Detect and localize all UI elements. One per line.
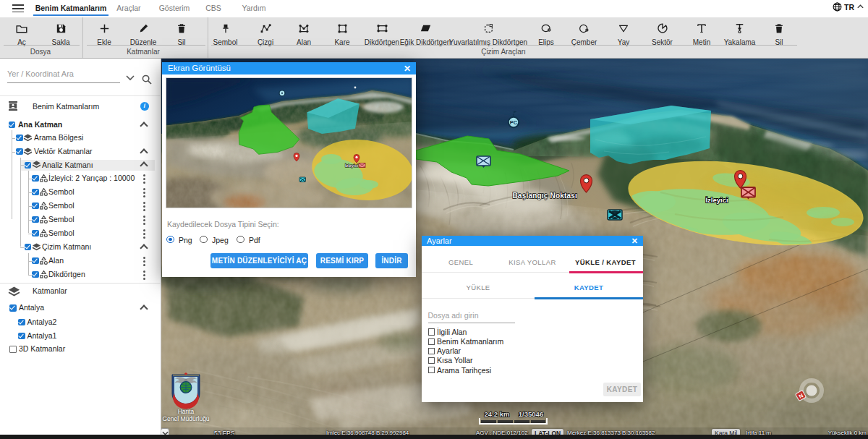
svg-text:1/35046: 1/35046 xyxy=(519,410,543,418)
svg-text:24.2 km: 24.2 km xyxy=(485,410,510,418)
svg-text:Başlangıç Noktası: Başlangıç Noktası xyxy=(512,192,577,200)
svg-text:Genel Müdürlüğü: Genel Müdürlüğü xyxy=(162,415,209,422)
svg-text:İzleyici: İzleyici xyxy=(345,163,359,168)
svg-text:İzleyici: İzleyici xyxy=(705,196,728,204)
svg-text:Harita: Harita xyxy=(178,408,195,415)
svg-text:PC: PC xyxy=(510,119,518,126)
